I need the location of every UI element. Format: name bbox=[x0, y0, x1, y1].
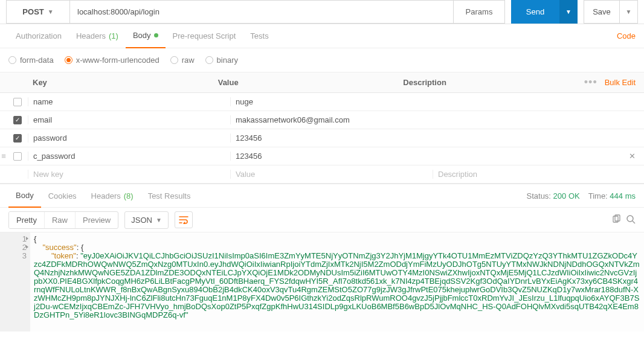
resp-tab-headers[interactable]: Headers (8) bbox=[84, 184, 141, 208]
delete-row-icon[interactable]: ✕ bbox=[629, 152, 636, 161]
send-button[interactable]: Send bbox=[511, 0, 559, 24]
radio-formdata[interactable]: form-data bbox=[8, 56, 54, 65]
time-value: 444 ms bbox=[610, 191, 636, 200]
radio-icon bbox=[65, 56, 72, 64]
radio-urlencoded[interactable]: x-www-form-urlencoded bbox=[65, 56, 159, 65]
format-select[interactable]: JSON ▼ bbox=[124, 211, 169, 229]
key-cell[interactable]: c_password bbox=[28, 152, 230, 161]
chevron-down-icon: ▼ bbox=[626, 8, 632, 15]
wrap-line-icon[interactable] bbox=[175, 211, 193, 228]
resp-tab-cookies[interactable]: Cookies bbox=[41, 184, 84, 208]
table-row-new[interactable]: New key Value Description bbox=[0, 165, 644, 184]
key-cell[interactable]: password bbox=[28, 133, 230, 143]
save-button[interactable]: Save bbox=[584, 0, 620, 24]
radio-binary[interactable]: binary bbox=[205, 56, 238, 65]
more-columns-icon[interactable]: ••• bbox=[584, 76, 597, 89]
response-body[interactable]: 1 2 3 { "success": { "token": "eyJ0eXAiO… bbox=[0, 232, 644, 332]
value-cell[interactable]: makassarnetwork06@gmail.com bbox=[230, 115, 433, 124]
save-dropdown[interactable]: ▼ bbox=[620, 0, 638, 24]
table-row[interactable]: ≡ c_password 123456 ✕ bbox=[0, 147, 644, 165]
radio-raw[interactable]: raw bbox=[170, 56, 195, 65]
radio-icon bbox=[8, 56, 16, 64]
tab-body[interactable]: Body bbox=[126, 24, 166, 48]
tab-headers-count: (1) bbox=[109, 31, 118, 40]
status-value: 200 OK bbox=[553, 191, 580, 200]
tab-tests[interactable]: Tests bbox=[243, 24, 275, 48]
tab-body-label: Body bbox=[133, 31, 151, 40]
checkbox[interactable] bbox=[13, 134, 22, 143]
table-row[interactable]: name nuge bbox=[0, 93, 644, 111]
send-dropdown[interactable]: ▼ bbox=[559, 0, 578, 24]
table-row[interactable]: email makassarnetwork06@gmail.com bbox=[0, 111, 644, 129]
resp-tab-tests[interactable]: Test Results bbox=[141, 184, 198, 208]
json-code[interactable]: { "success": { "token": "eyJ0eXAiOiJKV1Q… bbox=[30, 232, 644, 332]
tab-headers-label: Headers bbox=[76, 31, 106, 40]
col-description: Description bbox=[398, 78, 584, 87]
http-method-select[interactable]: POST ▼ bbox=[6, 0, 69, 24]
code-link[interactable]: Code bbox=[617, 31, 636, 40]
value-cell[interactable]: 123456 bbox=[230, 133, 433, 143]
url-input[interactable] bbox=[69, 0, 454, 24]
tab-prerequest[interactable]: Pre-request Script bbox=[166, 24, 243, 48]
view-preview[interactable]: Preview bbox=[76, 212, 118, 228]
time-label: Time: 444 ms bbox=[588, 191, 636, 200]
key-cell[interactable]: email bbox=[28, 115, 230, 124]
svg-point-2 bbox=[627, 216, 633, 222]
chevron-down-icon: ▼ bbox=[48, 8, 54, 15]
copy-icon[interactable] bbox=[611, 214, 621, 226]
modified-dot-icon bbox=[154, 33, 158, 37]
drag-handle-icon[interactable]: ≡ bbox=[0, 152, 7, 161]
status-label: Status: 200 OK bbox=[527, 191, 580, 200]
tab-authorization[interactable]: Authorization bbox=[8, 24, 69, 48]
kv-header-row: Key Value Description ••• Bulk Edit bbox=[0, 72, 644, 93]
search-icon[interactable] bbox=[626, 214, 636, 226]
checkbox[interactable] bbox=[13, 98, 22, 106]
value-placeholder[interactable]: Value bbox=[230, 170, 433, 179]
view-pretty[interactable]: Pretty bbox=[9, 212, 45, 228]
col-value: Value bbox=[213, 78, 399, 87]
http-method-value: POST bbox=[22, 7, 43, 16]
desc-placeholder[interactable]: Description bbox=[433, 170, 644, 179]
tab-headers[interactable]: Headers (1) bbox=[69, 24, 126, 48]
radio-icon bbox=[205, 56, 213, 64]
view-raw[interactable]: Raw bbox=[45, 212, 76, 228]
chevron-down-icon: ▼ bbox=[156, 217, 162, 223]
key-placeholder[interactable]: New key bbox=[28, 170, 230, 179]
table-row[interactable]: password 123456 bbox=[0, 129, 644, 147]
chevron-down-icon: ▼ bbox=[565, 8, 572, 15]
bulk-edit-link[interactable]: Bulk Edit bbox=[605, 78, 636, 87]
radio-icon bbox=[170, 56, 178, 64]
params-button[interactable]: Params bbox=[454, 0, 505, 24]
value-cell[interactable]: 123456 bbox=[230, 152, 433, 161]
checkbox[interactable] bbox=[13, 152, 22, 161]
checkbox[interactable] bbox=[13, 116, 22, 124]
svg-line-3 bbox=[633, 221, 635, 223]
resp-tab-body[interactable]: Body bbox=[8, 184, 41, 208]
line-gutter: 1 2 3 bbox=[0, 232, 30, 332]
value-cell[interactable]: nuge bbox=[230, 97, 433, 106]
key-cell[interactable]: name bbox=[28, 97, 230, 106]
col-key: Key bbox=[28, 78, 213, 87]
